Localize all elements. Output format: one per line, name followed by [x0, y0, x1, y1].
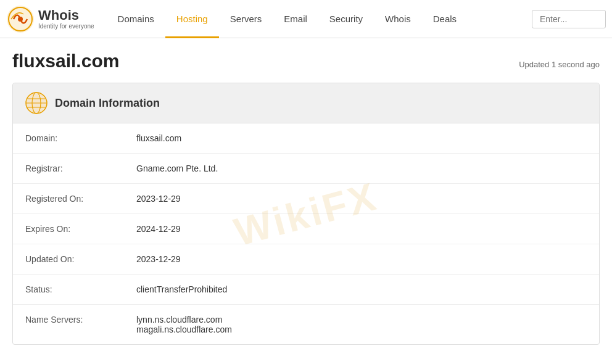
nav-item-hosting[interactable]: Hosting [165, 0, 219, 38]
page-content: fluxsail.com Updated 1 second ago WikiFX… [0, 38, 612, 357]
field-value: fluxsail.com [124, 123, 599, 154]
field-label: Domain: [13, 123, 124, 154]
logo-link[interactable]: Whois Identity for everyone [6, 5, 94, 33]
field-value: Gname.com Pte. Ltd. [124, 154, 599, 184]
field-label: Name Servers: [13, 305, 124, 345]
table-row: Updated On:2023-12-29 [13, 244, 599, 275]
domain-title-row: fluxsail.com Updated 1 second ago [12, 51, 600, 72]
table-row: Registrar:Gname.com Pte. Ltd. [13, 154, 599, 184]
nav-item-servers[interactable]: Servers [219, 0, 273, 38]
nav-item-domains[interactable]: Domains [107, 0, 165, 38]
logo-name: Whois [38, 8, 94, 23]
field-label: Status: [13, 275, 124, 305]
field-value: lynn.ns.cloudflare.commagali.ns.cloudfla… [124, 305, 599, 345]
field-label: Registered On: [13, 184, 124, 214]
field-value: clientTransferProhibited [124, 275, 599, 305]
logo-icon [6, 5, 35, 33]
domain-title: fluxsail.com [12, 51, 119, 72]
nav-links: Domains Hosting Servers Email Security W… [107, 0, 532, 38]
www-icon [25, 92, 48, 114]
search-input[interactable] [532, 10, 606, 28]
nav-item-email[interactable]: Email [273, 0, 318, 38]
field-value: 2023-12-29 [124, 244, 599, 275]
updated-text: Updated 1 second ago [519, 60, 600, 69]
table-row: Domain:fluxsail.com [13, 123, 599, 154]
field-label: Updated On: [13, 244, 124, 275]
field-value: 2023-12-29 [124, 184, 599, 214]
field-value: 2024-12-29 [124, 214, 599, 244]
domain-card: WikiFX Domain Information Domain:fluxsai… [12, 83, 600, 345]
domain-info-table: Domain:fluxsail.comRegistrar:Gname.com P… [13, 123, 599, 344]
table-row: Name Servers:lynn.ns.cloudflare.commagal… [13, 305, 599, 345]
navbar: Whois Identity for everyone Domains Host… [0, 0, 612, 38]
table-row: Expires On:2024-12-29 [13, 214, 599, 244]
svg-point-2 [18, 17, 23, 22]
field-label: Expires On: [13, 214, 124, 244]
nav-item-whois[interactable]: Whois [374, 0, 422, 38]
nav-item-security[interactable]: Security [318, 0, 374, 38]
logo-tagline: Identity for everyone [38, 23, 94, 30]
table-row: Status:clientTransferProhibited [13, 275, 599, 305]
domain-card-header: Domain Information [13, 83, 599, 123]
nav-search[interactable] [532, 10, 606, 28]
domain-card-title: Domain Information [55, 97, 160, 110]
field-label: Registrar: [13, 154, 124, 184]
table-row: Registered On:2023-12-29 [13, 184, 599, 214]
nav-item-deals[interactable]: Deals [422, 0, 468, 38]
